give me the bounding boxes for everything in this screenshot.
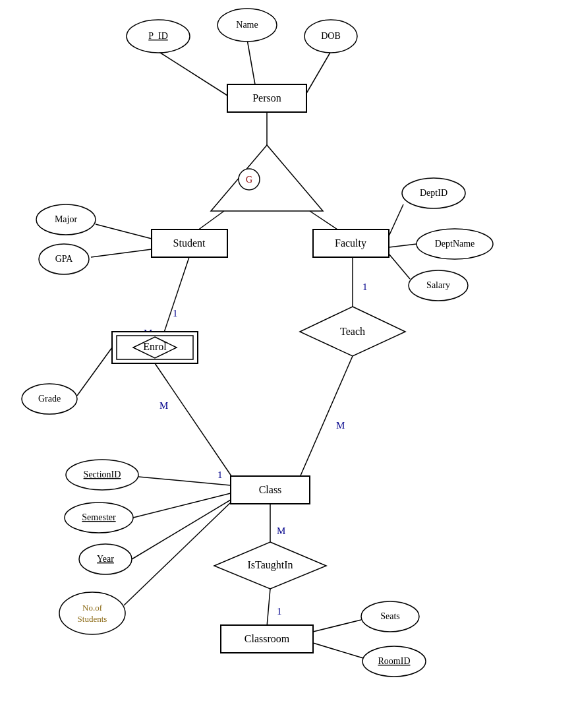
svg-line-8	[389, 204, 403, 236]
card-class-enrol-1: 1	[217, 470, 223, 480]
attr-sectionid-label: SectionID	[84, 470, 121, 479]
entity-faculty-label: Faculty	[335, 237, 366, 249]
card-enrol-class-m: M	[159, 400, 168, 411]
attr-deptname-label: DeptName	[435, 239, 475, 249]
svg-line-22	[313, 620, 361, 632]
svg-line-10	[389, 254, 410, 279]
card-teach-class: M	[336, 420, 345, 431]
attr-nostudents-line2: Students	[78, 614, 107, 624]
svg-line-12	[77, 348, 112, 396]
g-label: G	[246, 175, 252, 185]
svg-line-13	[155, 363, 237, 485]
entity-class-label: Class	[259, 484, 282, 495]
attr-semester-label: Semester	[82, 512, 116, 522]
attr-gpa-label: GPA	[55, 254, 74, 264]
entity-classroom-label: Classroom	[245, 633, 290, 644]
svg-line-2	[303, 51, 331, 99]
svg-line-16	[138, 477, 231, 485]
card-student-enrol: 1	[173, 308, 178, 318]
card-faculty-teach: 1	[362, 282, 368, 292]
card-istaught-classroom: 1	[277, 606, 282, 617]
svg-line-6	[96, 224, 152, 239]
entity-enrol-label: Enrol	[143, 341, 167, 352]
svg-line-9	[389, 244, 417, 247]
svg-line-7	[91, 249, 152, 257]
attr-seats-label: Seats	[380, 611, 400, 621]
attr-roomid-label: RoomID	[378, 656, 411, 666]
rel-istaught-label: IsTaughtIn	[247, 559, 293, 571]
attr-year-label: Year	[97, 554, 114, 564]
attr-deptid-label: DeptID	[420, 188, 447, 198]
attr-nostudents-line1: No.of	[82, 603, 103, 613]
rel-teach-label: Teach	[340, 326, 365, 337]
svg-line-17	[133, 493, 231, 518]
attr-nostudents	[59, 592, 125, 634]
attr-name-label: Name	[236, 20, 258, 30]
attr-major-label: Major	[55, 214, 78, 224]
attr-grade-label: Grade	[38, 394, 61, 404]
svg-line-21	[267, 589, 270, 626]
isa-triangle	[211, 145, 323, 211]
attr-pid-label: P_ID	[148, 31, 168, 41]
entity-student-label: Student	[173, 237, 206, 249]
entity-person-label: Person	[252, 92, 281, 104]
svg-line-23	[313, 643, 363, 658]
attr-dob-label: DOB	[321, 31, 341, 41]
attr-salary-label: Salary	[426, 280, 450, 290]
card-class-istaught: M	[277, 526, 285, 536]
svg-line-0	[158, 51, 231, 98]
svg-line-11	[163, 257, 189, 336]
